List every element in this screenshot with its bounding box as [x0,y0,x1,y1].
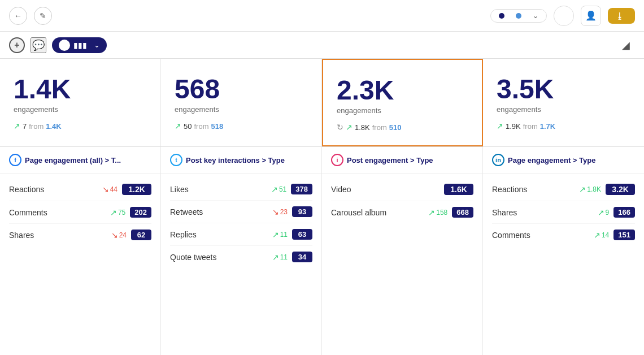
row-delta: ↗11 [272,253,288,262]
change-from: from [372,123,387,132]
row-arrow-down-icon: ↘ [272,207,279,217]
edit-button[interactable]: ✎ [34,7,52,25]
row-delta: ↗75 [110,208,125,217]
panel-row-0: Likes ↗51 378 [170,178,312,201]
panel-facebook: f Page engagement (all) > T... Reactions… [0,147,161,355]
metric-card-1[interactable]: 568 engagements ↗ 50 from 518 [161,59,322,146]
export-button[interactable]: ⭳ [608,8,635,24]
row-delta: ↗1.8K [579,185,601,194]
panel-instagram: i Post engagement > Type Video 1.6K Caro… [322,147,483,355]
arrow-up-icon: ↗ [497,122,503,131]
panel-row-1: Comments ↗75 202 [9,201,151,224]
change-number: 50 [184,122,192,131]
sync-icon: ↻ [337,123,343,132]
panel-title: Post key interactions > Type [186,156,285,164]
row-label: Retweets [170,207,272,217]
row-value: 668 [452,207,473,218]
metric-change: ↗ 7 from 1.4K [14,122,147,131]
row-delta: ↘23 [272,207,288,217]
metric-label: engagements [337,106,468,115]
change-from: from [194,122,208,131]
row-delta: ↗9 [598,208,610,217]
social-count [59,40,70,51]
date1-dot [499,13,504,19]
export-icon: ⭳ [616,11,624,20]
row-value: 3.2K [606,184,635,195]
metric-value: 3.5K [497,76,630,103]
row-arrow-up-icon: ↗ [598,208,604,217]
row-value: 1.6K [444,184,473,195]
row-value: 151 [613,230,635,240]
facebook-icon: f [9,154,21,166]
panel-row-0: Video 1.6K [331,178,473,201]
panel-body: Video 1.6K Carousel album ↗158 668 [322,174,482,355]
panel-header: i Post engagement > Type [322,147,482,174]
change-number: 1.9K [506,122,521,131]
change-from: from [29,122,43,131]
row-label: Shares [9,231,111,240]
metric-change: ↻ ↗ 1.8K from 510 [337,123,468,132]
panel-body: Reactions ↘44 1.2K Comments ↗75 202 Shar… [0,174,160,355]
change-number: 1.8K [355,123,370,132]
panel-header: f Page engagement (all) > T... [0,147,160,174]
topbar: ← ✎ ⌄ 👤 ⭳ [0,0,644,32]
metric-value: 2.3K [337,77,468,104]
row-value: 202 [130,207,151,218]
panel-row-0: Reactions ↗1.8K 3.2K [492,178,635,201]
secondbar: + 💬 ▮▮▮ ⌄ ◢ [0,32,644,59]
row-value: 166 [613,207,635,218]
row-arrow-up-icon: ↗ [271,185,278,194]
row-arrow-up-icon: ↗ [110,208,117,217]
panel-row-0: Reactions ↘44 1.2K [9,178,151,201]
panel-title: Post engagement > Type [347,156,433,164]
date2-dot [516,13,521,19]
metric-label: engagements [14,105,147,114]
row-arrow-down-icon: ↘ [111,231,118,240]
row-value: 63 [292,229,312,240]
change-prev: 1.7K [540,122,555,131]
metric-change: ↗ 50 from 518 [175,122,308,131]
panel-row-2: Shares ↘24 62 [9,224,151,246]
user-button[interactable]: 👤 [581,6,601,26]
main-content: 1.4K engagements ↗ 7 from 1.4K 568 engag… [0,59,644,355]
metric-card-2[interactable]: 2.3K engagements ↻ ↗ 1.8K from 510 [322,59,483,146]
row-label: Likes [170,185,271,194]
metric-value: 568 [175,76,308,103]
more-options-button[interactable] [554,6,574,26]
panel-header: in Page engagement > Type [483,147,644,174]
arrow-up-icon: ↗ [175,122,181,131]
panel-header: t Post key interactions > Type [161,147,321,174]
panel-row-1: Shares ↗9 166 [492,201,635,224]
add-button[interactable]: + [9,37,25,53]
chat-button[interactable]: 💬 [31,37,46,53]
panel-linkedin: in Page engagement > Type Reactions ↗1.8… [483,147,644,355]
metric-card-3[interactable]: 3.5K engagements ↗ 1.9K from 1.7K [483,59,644,146]
panel-title: Page engagement (all) > T... [25,156,121,164]
row-label: Comments [9,208,110,217]
row-arrow-up-icon: ↗ [272,253,279,262]
panel-row-1: Carousel album ↗158 668 [331,201,473,223]
metric-card-0[interactable]: 1.4K engagements ↗ 7 from 1.4K [0,59,161,146]
row-value: 93 [292,206,312,217]
arrow-up-icon: ↗ [346,123,353,132]
panel-body: Reactions ↗1.8K 3.2K Shares ↗9 166 Comme… [483,174,644,355]
row-value: 1.2K [122,184,151,195]
bar-chart-icon: ▮▮▮ [73,41,87,50]
date-range-selector[interactable]: ⌄ [490,9,547,23]
filter-button[interactable]: ◢ [617,36,635,54]
change-number: 7 [23,122,27,131]
panel-twitter: t Post key interactions > Type Likes ↗51… [161,147,322,355]
row-label: Reactions [9,185,102,194]
panel-row-2: Replies ↗11 63 [170,223,312,246]
row-arrow-up-icon: ↗ [272,230,279,239]
back-button[interactable]: ← [9,7,27,25]
row-arrow-up-icon: ↗ [594,231,601,240]
panel-row-1: Retweets ↘23 93 [170,201,312,223]
change-prev: 510 [389,123,402,132]
row-delta: ↗158 [428,208,447,217]
row-delta: ↗14 [594,231,609,240]
row-label: Quote tweets [170,253,272,262]
row-value: 378 [291,184,312,194]
social-accounts-selector[interactable]: ▮▮▮ ⌄ [52,37,107,53]
panel-row-2: Comments ↗14 151 [492,224,635,246]
